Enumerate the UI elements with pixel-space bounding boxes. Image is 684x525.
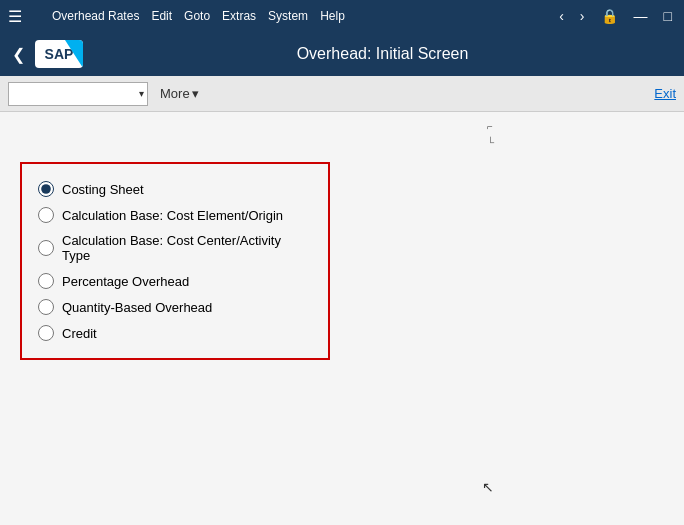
radio-item-credit[interactable]: Credit: [38, 320, 312, 346]
maximize-icon[interactable]: □: [660, 6, 676, 26]
menu-edit[interactable]: Edit: [145, 5, 178, 27]
menu-help[interactable]: Help: [314, 5, 351, 27]
sap-logo-triangle: [65, 40, 83, 68]
more-button[interactable]: More ▾: [152, 82, 207, 105]
radio-label-calc-base-element: Calculation Base: Cost Element/Origin: [62, 208, 283, 223]
main-content: ⌐ └ Costing SheetCalculation Base: Cost …: [0, 112, 684, 525]
menu-extras[interactable]: Extras: [216, 5, 262, 27]
toolbar-select[interactable]: [8, 82, 148, 106]
select-wrapper: ▾: [8, 82, 148, 106]
radio-item-costing-sheet[interactable]: Costing Sheet: [38, 176, 312, 202]
radio-item-calc-base-element[interactable]: Calculation Base: Cost Element/Origin: [38, 202, 312, 228]
minimize-icon[interactable]: —: [630, 6, 652, 26]
title-bar-menu: Overhead Rates Edit Goto Extras System H…: [46, 5, 351, 27]
page-title: Overhead: Initial Screen: [297, 45, 469, 63]
radio-item-calc-base-center[interactable]: Calculation Base: Cost Center/Activity T…: [38, 228, 312, 268]
sap-logo: SAP: [35, 40, 83, 68]
sap-header: ❮ SAP Overhead: Initial Screen: [0, 32, 684, 76]
radio-input-percentage-overhead[interactable]: [38, 273, 54, 289]
radio-input-calc-base-center[interactable]: [38, 240, 54, 256]
hamburger-icon[interactable]: ☰: [8, 7, 22, 26]
radio-item-percentage-overhead[interactable]: Percentage Overhead: [38, 268, 312, 294]
radio-input-costing-sheet[interactable]: [38, 181, 54, 197]
menu-overhead-rates[interactable]: Overhead Rates: [46, 5, 145, 27]
more-arrow-icon: ▾: [192, 86, 199, 101]
more-label: More: [160, 86, 190, 101]
radio-label-costing-sheet: Costing Sheet: [62, 182, 144, 197]
back-button[interactable]: ❮: [12, 45, 25, 64]
title-bar: ☰ Overhead Rates Edit Goto Extras System…: [0, 0, 684, 32]
radio-item-quantity-overhead[interactable]: Quantity-Based Overhead: [38, 294, 312, 320]
toolbar: ▾ More ▾ Exit: [0, 76, 684, 112]
resize-corner: ⌐ └: [487, 122, 494, 148]
radio-group-box: Costing SheetCalculation Base: Cost Elem…: [20, 162, 330, 360]
radio-label-percentage-overhead: Percentage Overhead: [62, 274, 189, 289]
radio-input-calc-base-element[interactable]: [38, 207, 54, 223]
menu-system[interactable]: System: [262, 5, 314, 27]
title-bar-right: ‹ › 🔒 — □: [555, 6, 676, 26]
radio-label-credit: Credit: [62, 326, 97, 341]
lock-icon[interactable]: 🔒: [597, 6, 622, 26]
back-nav-icon[interactable]: ‹: [555, 6, 568, 26]
radio-label-quantity-overhead: Quantity-Based Overhead: [62, 300, 212, 315]
cursor-indicator: ↖: [482, 479, 494, 495]
radio-input-credit[interactable]: [38, 325, 54, 341]
radio-input-quantity-overhead[interactable]: [38, 299, 54, 315]
menu-goto[interactable]: Goto: [178, 5, 216, 27]
radio-label-calc-base-center: Calculation Base: Cost Center/Activity T…: [62, 233, 312, 263]
forward-nav-icon[interactable]: ›: [576, 6, 589, 26]
exit-link[interactable]: Exit: [654, 86, 676, 101]
